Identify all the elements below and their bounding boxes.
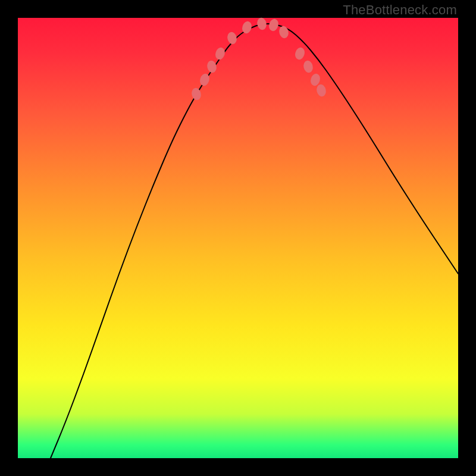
curve-marker [294, 46, 306, 61]
plot-area [18, 18, 458, 458]
curve-marker [302, 60, 314, 73]
bottleneck-curve [51, 24, 458, 458]
curve-marker [226, 31, 237, 45]
watermark-text: TheBottleneck.com [343, 2, 457, 18]
curve-marker [315, 83, 327, 97]
curve-marker [278, 25, 289, 39]
curve-marker [268, 18, 280, 32]
chart-frame: TheBottleneck.com [0, 0, 476, 476]
marker-group [190, 17, 327, 101]
curve-marker [190, 87, 202, 101]
curve-marker [256, 17, 267, 30]
curve-marker [206, 60, 217, 73]
curve-layer [18, 18, 458, 458]
curve-marker [214, 46, 227, 61]
